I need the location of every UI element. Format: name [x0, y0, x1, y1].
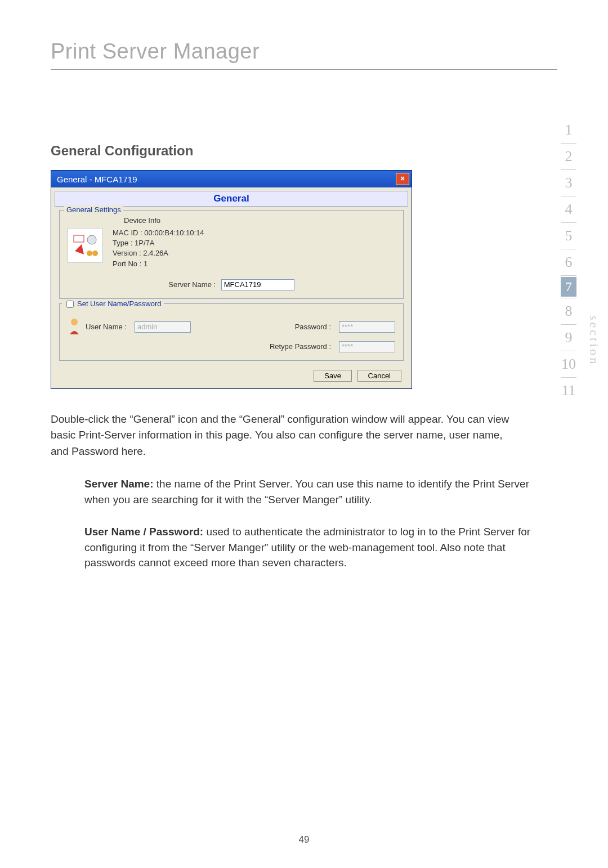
user-icon	[68, 317, 81, 337]
section-nav-item[interactable]: 9	[552, 326, 585, 350]
retype-password-input[interactable]	[339, 341, 395, 352]
device-info-label: Device Info	[124, 216, 395, 225]
device-info-text: MAC ID : 00:00:B4:10:10:14 Type : 1P/7A …	[113, 228, 204, 269]
section-nav-item[interactable]: 5	[552, 224, 585, 248]
section-subtitle: General Configuration	[51, 143, 608, 159]
section-side-label: section	[587, 315, 601, 366]
section-nav-item[interactable]: 3	[552, 171, 585, 195]
nav-separator	[561, 377, 576, 378]
dialog-title: General - MFCA1719	[57, 175, 137, 184]
svg-point-2	[87, 250, 92, 256]
svg-point-4	[71, 319, 78, 325]
nav-separator	[561, 275, 576, 276]
nav-separator	[561, 249, 576, 249]
userpass-bold: User Name / Password:	[84, 526, 203, 538]
save-button[interactable]: Save	[314, 370, 352, 382]
tab-general[interactable]: General	[55, 191, 408, 207]
device-port: Port No : 1	[113, 259, 204, 269]
page-number: 49	[0, 834, 608, 845]
nav-separator	[561, 298, 576, 298]
device-type: Type : 1P/7A	[113, 238, 204, 248]
password-label: Password :	[295, 323, 331, 331]
server-name-bold: Server Name:	[84, 478, 154, 490]
section-nav-item[interactable]: 10	[552, 352, 585, 376]
body-paragraph-1: Double-click the “General” icon and the …	[51, 411, 518, 460]
server-name-label: Server Name :	[168, 280, 216, 289]
set-user-checkbox[interactable]	[66, 301, 74, 308]
section-nav-item[interactable]: 6	[552, 250, 585, 274]
nav-separator	[561, 222, 576, 223]
nav-separator	[561, 143, 576, 144]
nav-separator	[561, 169, 576, 170]
set-user-label: Set User Name/Password	[77, 299, 162, 308]
section-nav-item[interactable]: 11	[552, 379, 585, 402]
dialog-buttons: Save Cancel	[51, 365, 412, 388]
section-nav: 1234567891011	[552, 118, 585, 402]
cancel-button[interactable]: Cancel	[357, 370, 401, 382]
retype-password-label: Retype Password :	[270, 342, 331, 351]
password-input[interactable]	[339, 321, 395, 333]
section-nav-item[interactable]: 4	[552, 198, 585, 221]
page-title: Print Server Manager	[51, 39, 608, 64]
set-user-legend: Set User Name/Password	[62, 299, 164, 310]
user-name-input[interactable]	[135, 321, 191, 333]
section-nav-item[interactable]: 8	[552, 299, 585, 323]
nav-separator	[561, 196, 576, 196]
credentials-fieldset: Set User Name/Password User Name : Passw…	[59, 303, 404, 361]
mac-id: MAC ID : 00:00:B4:10:10:14	[113, 228, 204, 238]
section-nav-item[interactable]: 1	[552, 118, 585, 142]
title-rule	[51, 69, 557, 70]
section-nav-item-active[interactable]: 7	[561, 277, 576, 297]
svg-point-1	[87, 235, 96, 244]
nav-separator	[561, 324, 576, 325]
general-settings-legend: General Settings	[64, 205, 123, 214]
nav-separator	[561, 351, 576, 351]
close-icon[interactable]: ×	[396, 173, 409, 185]
svg-rect-0	[74, 235, 84, 242]
section-nav-item[interactable]: 2	[552, 145, 585, 168]
general-settings-fieldset: General Settings Device Info MAC ID : 00…	[59, 210, 404, 299]
general-config-dialog: General - MFCA1719 × General General Set…	[51, 170, 412, 389]
device-version: Version : 2.4.26A	[113, 248, 204, 258]
server-name-input[interactable]	[221, 279, 294, 290]
server-name-description: Server Name: the name of the Print Serve…	[84, 476, 540, 507]
svg-point-3	[92, 250, 98, 256]
user-name-label: User Name :	[86, 323, 127, 331]
device-icon	[68, 228, 102, 263]
dialog-titlebar: General - MFCA1719 ×	[51, 171, 412, 187]
user-password-description: User Name / Password: used to authentica…	[84, 524, 540, 571]
